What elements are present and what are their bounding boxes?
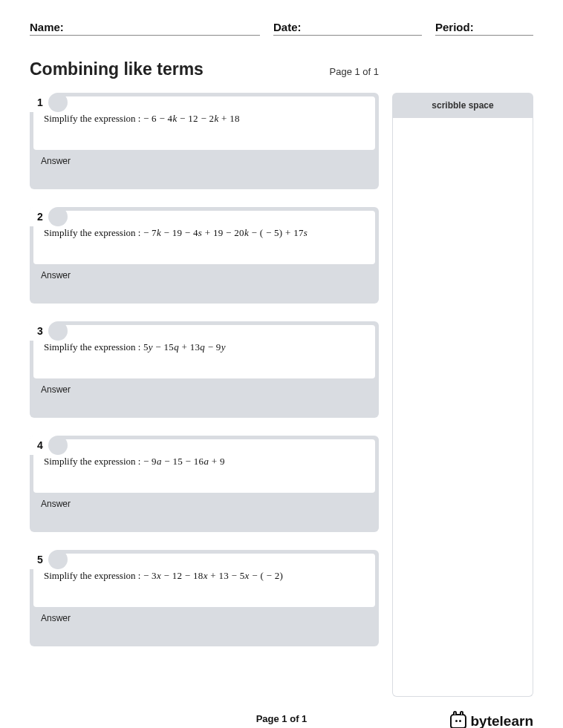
question-expression: − 9a − 15 − 16a + 9	[140, 456, 224, 467]
question-prompt: Simplify the expression :	[44, 227, 140, 238]
footer: Page 1 of 1 bytelearn Find more resource…	[30, 713, 533, 728]
question-number: 4	[30, 436, 58, 455]
date-field[interactable]: Date:	[273, 21, 422, 36]
answer-section[interactable]: Answer	[33, 607, 375, 643]
questions-column: 1Simplify the expression : − 6 − 4k − 12…	[30, 93, 379, 697]
question-card: 3Simplify the expression : 5y − 15q + 13…	[30, 321, 379, 418]
question-expression: − 7k − 19 − 4s + 19 − 20k − ( − 5) + 17s	[140, 227, 307, 238]
answer-section[interactable]: Answer	[33, 150, 375, 186]
question-number: 2	[30, 207, 58, 226]
question-card: 1Simplify the expression : − 6 − 4k − 12…	[30, 93, 379, 189]
question-body: Simplify the expression : − 9a − 15 − 16…	[33, 439, 375, 493]
page-indicator-top: Page 1 of 1	[330, 66, 380, 77]
scribble-column: scribble space	[392, 93, 533, 697]
question-prompt: Simplify the expression :	[44, 113, 140, 124]
question-number: 3	[30, 321, 58, 341]
question-body: Simplify the expression : − 7k − 19 − 4s…	[33, 211, 375, 264]
question-prompt: Simplify the expression :	[44, 570, 140, 581]
question-expression: − 6 − 4k − 12 − 2k + 18	[140, 113, 239, 124]
question-body: Simplify the expression : − 6 − 4k − 12 …	[33, 96, 375, 150]
name-label: Name:	[30, 21, 64, 33]
page-indicator-bottom: Page 1 of 1	[256, 713, 307, 724]
answer-section[interactable]: Answer	[33, 264, 375, 300]
answer-section[interactable]: Answer	[33, 378, 375, 414]
question-prompt: Simplify the expression :	[44, 456, 140, 467]
question-card: 5Simplify the expression : − 3x − 12 − 1…	[30, 550, 379, 646]
header-fields: Name: Date: Period:	[30, 21, 533, 36]
scribble-header: scribble space	[392, 93, 533, 118]
question-card: 4Simplify the expression : − 9a − 15 − 1…	[30, 436, 379, 532]
period-field[interactable]: Period:	[435, 21, 533, 36]
question-expression: − 3x − 12 − 18x + 13 − 5x − ( − 2)	[140, 570, 283, 581]
question-expression: 5y − 15q + 13q − 9y	[140, 341, 225, 352]
worksheet-title: Combining like terms	[30, 59, 204, 79]
scribble-space[interactable]	[392, 118, 533, 697]
answer-section[interactable]: Answer	[33, 493, 375, 528]
question-body: Simplify the expression : − 3x − 12 − 18…	[33, 554, 375, 607]
question-body: Simplify the expression : 5y − 15q + 13q…	[33, 325, 375, 378]
question-number: 5	[30, 550, 58, 569]
brand-logo-icon	[450, 714, 466, 728]
name-field[interactable]: Name:	[30, 21, 260, 36]
question-number: 1	[30, 93, 58, 112]
question-card: 2Simplify the expression : − 7k − 19 − 4…	[30, 207, 379, 304]
date-label: Date:	[273, 21, 302, 33]
question-prompt: Simplify the expression :	[44, 341, 140, 352]
content-row: 1Simplify the expression : − 6 − 4k − 12…	[30, 93, 533, 697]
title-row: Combining like terms Page 1 of 1	[30, 59, 379, 79]
brand-name: bytelearn	[471, 713, 533, 728]
period-label: Period:	[435, 21, 474, 33]
